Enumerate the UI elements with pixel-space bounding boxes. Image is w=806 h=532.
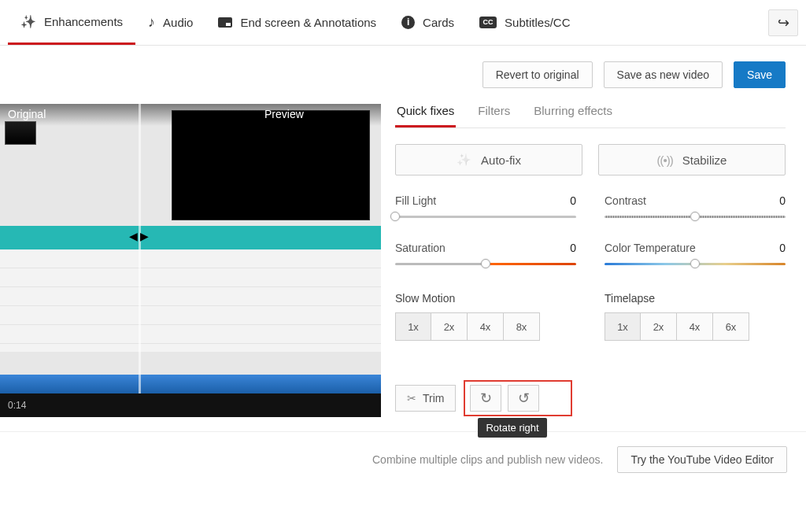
stabilize-button[interactable]: Stabilize [598,144,786,175]
slider-color-temp: Color Temperature 0 [604,242,786,268]
slider-track[interactable] [395,259,576,268]
slowmo-2x[interactable]: 2x [431,312,468,341]
trim-label: Trim [423,392,444,405]
tab-enhancements[interactable]: Enhancements [8,0,135,45]
stabilize-icon [657,153,673,167]
rotate-left-icon: ↺ [518,390,530,407]
preview-pane: Original Preview ◀▶ 0:14 [0,104,381,417]
slider-value: 0 [570,242,576,254]
slowmo-1x[interactable]: 1x [395,312,431,341]
tab-label: Cards [423,16,454,29]
timelapse-2x[interactable]: 2x [641,312,677,341]
cc-icon [479,17,497,28]
slider-thumb[interactable] [390,212,400,221]
rotate-right-button[interactable]: ↻ [470,385,501,412]
original-label: Original [0,104,139,126]
slider-value: 0 [779,242,786,254]
tab-label: End screen & Annotations [240,16,376,29]
bottom-tools: Trim ↻ ↺ Rotate right [395,380,786,416]
timelapse-6x[interactable]: 6x [713,312,749,341]
tab-subtitles[interactable]: Subtitles/CC [467,0,582,45]
timelapse-segments: 1x 2x 4x 6x [604,312,786,341]
timelapse-block: Timelapse 1x 2x 4x 6x [604,292,786,341]
tab-cards[interactable]: Cards [389,0,467,45]
enhancements-panel: Quick fixes Filters Blurring effects Aut… [395,104,806,417]
slider-fill-light: Fill Light 0 [395,194,576,221]
slider-track[interactable] [395,212,576,221]
video-preview[interactable] [0,104,381,393]
music-note-icon [148,14,155,31]
try-video-editor-button[interactable]: Try the YouTube Video Editor [617,446,787,473]
tab-label: Audio [163,16,193,29]
rotate-right-icon: ↻ [480,390,492,407]
slow-motion-block: Slow Motion 1x 2x 4x 8x [395,292,576,341]
slowmo-8x[interactable]: 8x [504,312,540,341]
action-row: Revert to original Save as new video Sav… [0,46,806,104]
footer-msg: Combine multiple clips and publish new v… [372,453,603,466]
autofix-label: Auto-fix [481,153,521,167]
slider-label: Contrast [604,194,646,207]
compare-handles[interactable]: ◀▶ [129,230,149,242]
rotate-left-button[interactable]: ↺ [508,385,539,412]
time-label: 0:14 [8,400,26,411]
scissors-icon [407,392,416,405]
tab-end-screen[interactable]: End screen & Annotations [205,0,389,45]
trim-button[interactable]: Trim [395,385,456,412]
tab-label: Subtitles/CC [505,16,570,29]
preview-labels: Original Preview [0,104,381,126]
subtab-quick-fixes[interactable]: Quick fixes [395,104,456,127]
compare-divider[interactable] [139,104,141,393]
back-button[interactable] [768,9,798,36]
slow-motion-segments: 1x 2x 4x 8x [395,312,576,341]
scrubber[interactable]: 0:14 [0,393,381,417]
slider-thumb[interactable] [690,259,700,268]
subtab-filters[interactable]: Filters [476,104,512,127]
top-nav: Enhancements Audio End screen & Annotati… [0,0,806,46]
tooltip: Rotate right [478,418,546,438]
save-as-new-button[interactable]: Save as new video [604,61,723,88]
preview-label: Preview [139,104,381,126]
revert-button[interactable]: Revert to original [482,61,593,88]
slider-saturation: Saturation 0 [395,242,576,268]
timelapse-1x[interactable]: 1x [604,312,641,341]
slider-track[interactable] [604,259,786,268]
slider-thumb[interactable] [690,212,700,221]
arrow-back-icon [778,14,789,31]
info-icon [401,16,415,29]
slider-label: Saturation [395,242,446,254]
save-button[interactable]: Save [734,61,786,88]
wand-icon [457,153,471,167]
slider-track[interactable] [604,212,786,221]
tab-audio[interactable]: Audio [135,0,205,45]
autofix-button[interactable]: Auto-fix [395,144,582,175]
slider-value: 0 [570,194,576,207]
wand-icon [20,14,36,29]
slowmo-4x[interactable]: 4x [468,312,504,341]
slider-label: Color Temperature [604,242,696,254]
slider-contrast: Contrast 0 [604,194,786,221]
slider-label: Fill Light [395,194,436,207]
slider-value: 0 [779,194,786,207]
slider-thumb[interactable] [481,259,490,268]
footer: Combine multiple clips and publish new v… [0,431,806,473]
subtab-blurring[interactable]: Blurring effects [532,104,614,127]
end-screen-icon [218,17,232,28]
timelapse-label: Timelapse [604,292,786,305]
tab-label: Enhancements [44,15,123,28]
timelapse-4x[interactable]: 4x [677,312,713,341]
subtabs: Quick fixes Filters Blurring effects [395,104,786,128]
rotate-box: ↻ ↺ Rotate right [464,380,572,416]
stabilize-label: Stabilize [682,153,727,167]
slow-motion-label: Slow Motion [395,292,576,305]
